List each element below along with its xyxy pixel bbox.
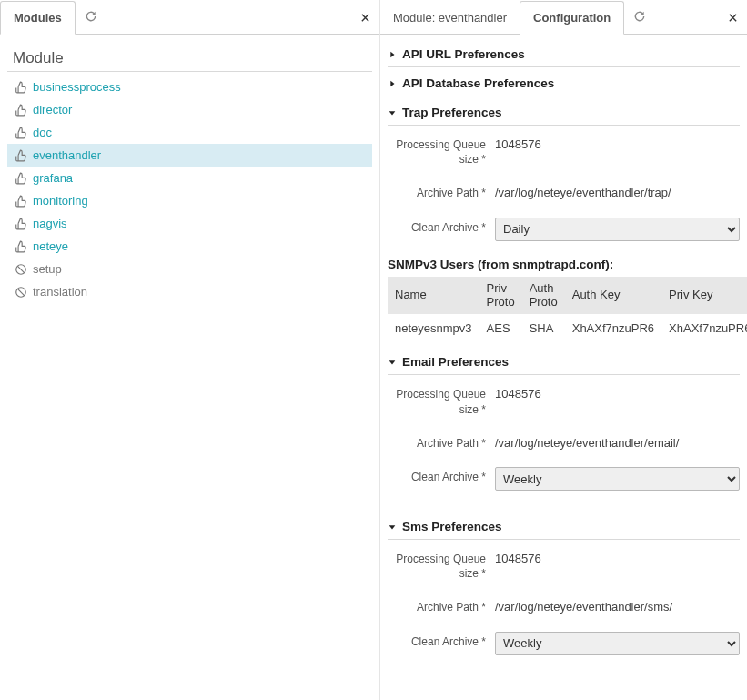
thumbs-up-icon <box>15 172 27 185</box>
snmp-users-table: Name Priv Proto Auth Proto Auth Key Priv… <box>388 277 747 343</box>
module-item-doc[interactable]: doc <box>7 121 372 144</box>
clean-archive-label: Clean Archive * <box>388 632 495 649</box>
table-header-row: Name Priv Proto Auth Proto Auth Key Priv… <box>388 277 747 315</box>
clean-archive-select[interactable]: Weekly <box>495 632 740 655</box>
tab-configuration[interactable]: Configuration <box>520 1 624 35</box>
module-item-monitoring[interactable]: monitoring <box>7 189 372 212</box>
archive-path-value: /var/log/neteye/eventhandler/trap/ <box>495 183 740 199</box>
module-link[interactable]: translation <box>33 285 87 299</box>
close-left-panel[interactable] <box>360 13 370 23</box>
clean-archive-select[interactable]: Weekly <box>495 467 740 491</box>
archive-path-value: /var/log/neteye/eventhandler/sms/ <box>495 597 740 614</box>
thumbs-up-icon <box>15 240 27 253</box>
block-icon <box>15 286 27 299</box>
queue-size-label: Processing Queue size * <box>388 135 495 167</box>
clean-archive-label: Clean Archive * <box>388 218 495 235</box>
queue-size-value: 1048576 <box>495 384 740 401</box>
section-title: API Database Preferences <box>402 76 554 90</box>
configuration-panel: Module: eventhandler Configuration API U… <box>380 0 747 700</box>
cell-auth-proto: SHA <box>522 314 565 342</box>
right-tabs: Module: eventhandler Configuration <box>380 0 747 35</box>
reload-left[interactable] <box>76 1 106 35</box>
module-item-neteye[interactable]: neteye <box>7 235 372 258</box>
module-link[interactable]: eventhandler <box>33 148 101 162</box>
module-item-businessprocess[interactable]: businessprocess <box>7 76 372 98</box>
module-link[interactable]: director <box>33 103 72 117</box>
col-name: Name <box>388 277 479 315</box>
thumbs-up-icon <box>15 127 27 139</box>
table-row: neteyesnmpv3AESSHAXhAXf7nzuPR6XhAXf7nzuP… <box>388 314 747 342</box>
thumbs-up-icon <box>15 104 27 117</box>
module-item-director[interactable]: director <box>7 98 372 121</box>
section-title: Sms Preferences <box>402 520 502 533</box>
tab-module-detail[interactable]: Module: eventhandler <box>380 2 520 34</box>
archive-path-label: Archive Path * <box>388 433 495 451</box>
col-priv-key: Priv Key <box>661 277 747 315</box>
module-item-eventhandler[interactable]: eventhandler <box>7 144 372 167</box>
module-link[interactable]: monitoring <box>33 194 88 208</box>
module-list: businessprocessdirectordoceventhandlergr… <box>7 76 372 303</box>
module-link[interactable]: neteye <box>33 239 68 253</box>
left-tabs: Modules <box>0 0 379 35</box>
thumbs-up-icon <box>15 218 27 230</box>
queue-size-label: Processing Queue size * <box>388 549 495 581</box>
modules-section-title: Module <box>7 44 372 72</box>
reload-right[interactable] <box>624 1 655 35</box>
col-auth-key: Auth Key <box>565 277 661 315</box>
module-link[interactable]: nagvis <box>33 217 67 230</box>
col-auth-proto: Auth Proto <box>522 277 565 315</box>
trap-preferences-body: Processing Queue size * 1048576 Archive … <box>388 126 740 346</box>
cell-priv-key: XhAXf7nzuPR6 <box>661 314 747 342</box>
reload-icon <box>85 10 97 23</box>
snmp-users-title: SNMPv3 Users (from snmptrapd.conf): <box>388 258 740 271</box>
module-link[interactable]: businessprocess <box>33 80 121 94</box>
email-preferences-body: Processing Queue size * 1048576 Archive … <box>388 375 740 511</box>
chevron-right-icon <box>388 50 397 59</box>
chevron-down-icon <box>388 108 397 117</box>
block-icon <box>15 263 27 276</box>
col-priv-proto: Priv Proto <box>479 277 522 315</box>
archive-path-label: Archive Path * <box>388 183 495 200</box>
thumbs-up-icon <box>15 81 27 94</box>
close-right-panel[interactable] <box>728 13 738 23</box>
chevron-right-icon <box>388 79 397 88</box>
section-title: API URL Preferences <box>402 47 525 61</box>
module-item-nagvis[interactable]: nagvis <box>7 212 372 235</box>
section-title: Trap Preferences <box>402 106 502 119</box>
section-api-url-preferences[interactable]: API URL Preferences <box>388 38 740 67</box>
reload-icon <box>633 10 646 23</box>
section-api-database-preferences[interactable]: API Database Preferences <box>388 67 740 96</box>
tab-modules[interactable]: Modules <box>0 1 76 35</box>
section-title: Email Preferences <box>402 355 509 369</box>
thumbs-up-icon <box>15 149 27 162</box>
queue-size-label: Processing Queue size * <box>388 384 495 416</box>
module-item-setup[interactable]: setup <box>7 258 372 280</box>
sms-preferences-body: Processing Queue size * 1048576 Archive … <box>388 540 740 675</box>
clean-archive-select[interactable]: Daily <box>495 218 740 241</box>
cell-priv-proto: AES <box>479 314 522 342</box>
archive-path-value: /var/log/neteye/eventhandler/email/ <box>495 433 740 450</box>
module-link[interactable]: setup <box>33 262 62 276</box>
clean-archive-label: Clean Archive * <box>388 467 495 484</box>
queue-size-value: 1048576 <box>495 135 740 151</box>
chevron-down-icon <box>388 522 397 532</box>
cell-auth-key: XhAXf7nzuPR6 <box>565 314 661 342</box>
module-item-translation[interactable]: translation <box>7 280 372 303</box>
module-link[interactable]: grafana <box>33 171 73 185</box>
cell-name: neteyesnmpv3 <box>388 314 479 342</box>
section-sms-preferences[interactable]: Sms Preferences <box>388 511 740 540</box>
archive-path-label: Archive Path * <box>388 597 495 614</box>
thumbs-up-icon <box>15 195 27 208</box>
module-link[interactable]: doc <box>33 126 52 139</box>
section-trap-preferences[interactable]: Trap Preferences <box>388 96 740 126</box>
section-email-preferences[interactable]: Email Preferences <box>388 346 740 375</box>
queue-size-value: 1048576 <box>495 549 740 565</box>
chevron-down-icon <box>388 358 397 367</box>
modules-panel: Modules Module businessprocessdirectordo… <box>0 0 380 700</box>
module-item-grafana[interactable]: grafana <box>7 167 372 189</box>
